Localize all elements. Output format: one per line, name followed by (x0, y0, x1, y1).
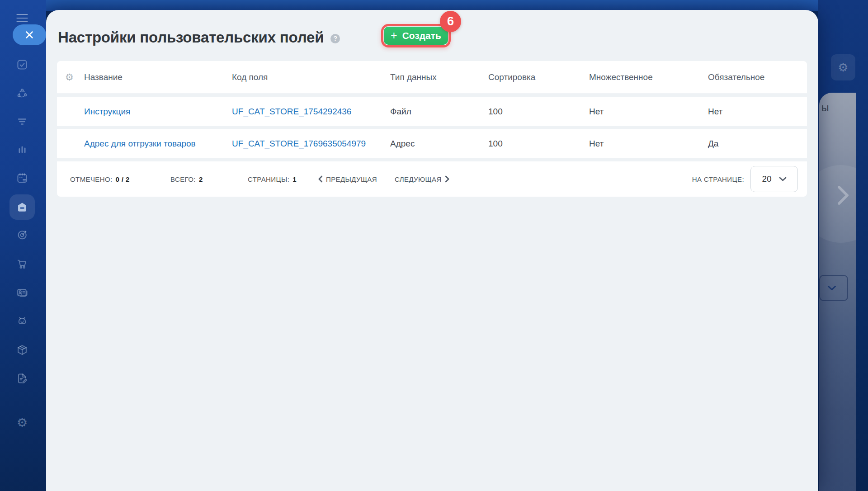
background-clipped-text: ы (821, 102, 829, 114)
chevron-down-icon (827, 285, 836, 291)
per-page-select[interactable]: 20 (750, 166, 798, 192)
table-row: Адрес для отгрузки товаров UF_CAT_STORE_… (57, 129, 807, 158)
chevron-right-icon (445, 175, 450, 183)
crm-icon[interactable] (15, 87, 29, 100)
column-header-code[interactable]: Код поля (232, 72, 390, 82)
per-page-value: 20 (762, 174, 771, 184)
background-dropdown (819, 275, 848, 301)
prev-page-button[interactable]: ПРЕДЫДУЩАЯ (318, 161, 377, 197)
calendar-icon[interactable] (15, 171, 29, 185)
per-page-label: НА СТРАНИЦЕ: (692, 161, 744, 197)
cart-icon[interactable] (15, 257, 29, 271)
stats-icon[interactable] (15, 143, 29, 156)
field-type-cell: Файл (390, 107, 488, 117)
field-multiple-cell: Нет (589, 139, 708, 149)
pages-label: СТРАНИЦЫ: (248, 175, 289, 183)
checked-value: 0 / 2 (116, 175, 130, 183)
gear-icon: ⚙ (838, 61, 848, 73)
next-page-label: СЛЕДУЮЩАЯ (395, 175, 442, 183)
fields-grid: ⚙ Название Код поля Тип данных Сортировк… (57, 61, 807, 197)
pages-value: 1 (292, 175, 297, 183)
create-button-label: Создать (402, 30, 441, 41)
gear-icon: ⚙ (17, 417, 28, 429)
custom-fields-panel: Настройки пользовательских полей ? + Соз… (46, 10, 818, 491)
total-counter: ВСЕГО: 2 (170, 161, 203, 197)
help-icon[interactable]: ? (330, 34, 340, 43)
prev-page-label: ПРЕДЫДУЩАЯ (326, 175, 377, 183)
documents-icon[interactable] (15, 372, 29, 385)
close-panel-button[interactable] (13, 24, 46, 45)
feed-icon[interactable] (15, 115, 29, 128)
column-header-name[interactable]: Название (84, 72, 232, 82)
catalog-box-icon[interactable] (15, 343, 29, 357)
column-header-multiple[interactable]: Множественное (589, 72, 708, 82)
total-label: ВСЕГО: (170, 175, 196, 183)
next-page-button[interactable]: СЛЕДУЮЩАЯ (395, 161, 450, 197)
background-topbar (45, 0, 868, 11)
store-icon[interactable] (15, 200, 29, 214)
pages-counter: СТРАНИЦЫ: 1 (248, 161, 297, 197)
field-code-link[interactable]: UF_CAT_STORE_1769635054979 (232, 139, 390, 149)
chevron-right-icon (837, 185, 849, 205)
checked-counter: ОТМЕЧЕНО: 0 / 2 (70, 161, 130, 197)
field-sort-cell: 100 (488, 107, 589, 117)
field-type-cell: Адрес (390, 139, 488, 149)
page-title: Настройки пользовательских полей (58, 29, 324, 46)
settings-icon[interactable]: ⚙ (15, 416, 29, 430)
field-name-link[interactable]: Адрес для отгрузки товаров (84, 139, 232, 149)
panel-header: Настройки пользовательских полей ? (58, 29, 340, 46)
grid-header: ⚙ Название Код поля Тип данных Сортировк… (57, 61, 807, 94)
marketing-icon[interactable] (15, 228, 29, 242)
close-icon (24, 30, 34, 40)
background-page: ⚙ ы (818, 0, 868, 491)
column-header-required[interactable]: Обязательное (708, 72, 807, 82)
grid-footer: ОТМЕЧЕНО: 0 / 2 ВСЕГО: 2 СТРАНИЦЫ: 1 ПРЕ… (57, 161, 807, 197)
chevron-down-icon (779, 177, 787, 182)
field-multiple-cell: Нет (589, 107, 708, 117)
background-card: ы (819, 93, 856, 491)
create-button[interactable]: + Создать (384, 27, 448, 45)
field-required-cell: Нет (708, 107, 807, 117)
tour-highlight-outline: + Создать (381, 24, 451, 47)
field-sort-cell: 100 (488, 139, 589, 149)
automation-robot-icon[interactable] (15, 314, 29, 328)
total-value: 2 (199, 175, 203, 183)
table-row: Инструкция UF_CAT_STORE_1754292436 Файл … (57, 97, 807, 126)
plus-icon: + (391, 30, 397, 41)
field-name-link[interactable]: Инструкция (84, 107, 232, 117)
grid-settings-gear-icon[interactable]: ⚙ (65, 72, 84, 82)
tour-step-badge: 6 (440, 11, 461, 32)
field-code-link[interactable]: UF_CAT_STORE_1754292436 (232, 107, 390, 117)
chevron-left-icon (318, 175, 323, 183)
checked-label: ОТМЕЧЕНО: (70, 175, 113, 183)
sidebar: ⚙ (0, 0, 46, 491)
tasks-icon[interactable] (15, 58, 29, 71)
background-settings-button: ⚙ (831, 54, 855, 80)
field-required-cell: Да (708, 139, 807, 149)
menu-icon[interactable] (16, 14, 28, 23)
column-header-type[interactable]: Тип данных (390, 72, 488, 82)
contacts-icon[interactable] (15, 286, 29, 300)
column-header-sort[interactable]: Сортировка (488, 72, 589, 82)
